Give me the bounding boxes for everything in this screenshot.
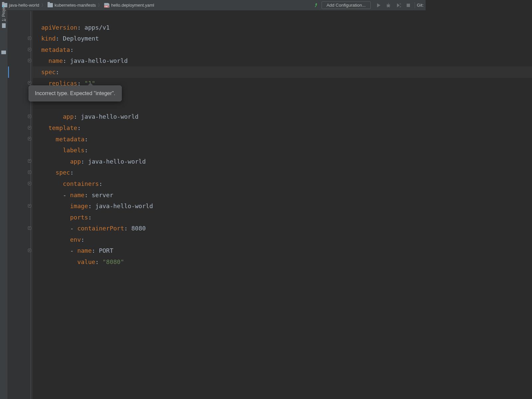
yaml-key: containerPort (77, 225, 124, 232)
yaml-key: name (49, 57, 63, 64)
fold-toggle-icon[interactable] (28, 171, 31, 174)
toolbar-separator (415, 2, 415, 8)
fold-toggle-icon[interactable] (28, 226, 31, 230)
fold-toggle-icon[interactable] (28, 115, 31, 118)
git-label[interactable]: Git: (417, 3, 424, 8)
fold-toggle-icon[interactable] (28, 137, 31, 140)
project-tool-index: 1 (1, 19, 6, 21)
yaml-key: template (49, 124, 77, 131)
yaml-file-icon (104, 3, 109, 8)
run-with-coverage-icon[interactable] (396, 3, 401, 8)
caret-gutter-marker (8, 66, 9, 78)
breadcrumb-file[interactable]: hello.deployment.yaml (104, 3, 154, 8)
left-tool-stripe: 1: Project (0, 11, 8, 319)
breadcrumb-folder-label: kubernetes-manifests (55, 3, 96, 8)
fold-toggle-icon[interactable] (28, 48, 31, 51)
error-tooltip-text: Incorrect type. Expected "integer". (35, 90, 115, 96)
yaml-key: metadata (41, 46, 70, 53)
yaml-value: PORT (99, 247, 113, 254)
yaml-key: apiVersion (41, 24, 77, 31)
yaml-value: apps/v1 (84, 24, 110, 31)
svg-point-0 (387, 4, 390, 7)
fold-toggle-icon[interactable] (28, 204, 31, 207)
yaml-value: Deployment (63, 35, 99, 42)
yaml-value: "8080" (102, 258, 124, 265)
debug-icon[interactable] (386, 3, 391, 8)
breadcrumb: java-hello-world 〉 kubernetes-manifests … (2, 2, 154, 8)
yaml-key: image (70, 202, 88, 209)
folder-icon (48, 3, 53, 7)
yaml-key: name (77, 247, 91, 254)
yaml-key: metadata (56, 136, 84, 143)
yaml-value: java-hello-world (88, 158, 146, 165)
yaml-key: value (77, 258, 95, 265)
fold-toggle-icon[interactable] (28, 81, 31, 84)
project-tool-button[interactable]: 1: Project (0, 2, 7, 31)
breadcrumb-project-label: java-hello-world (9, 3, 39, 8)
error-tooltip: Incorrect type. Expected "integer". (29, 85, 122, 101)
stop-icon[interactable] (406, 3, 411, 8)
yaml-key: name (70, 192, 84, 199)
fold-toggle-icon[interactable] (28, 249, 31, 252)
yaml-key: spec (56, 169, 70, 176)
yaml-key: app (63, 113, 74, 120)
chevron-right-icon: 〉 (98, 2, 102, 8)
code-area[interactable]: apiVersion: apps/v1 kind: Deployment met… (33, 11, 426, 319)
breadcrumb-folder[interactable]: kubernetes-manifests (48, 3, 96, 8)
yaml-key: containers (63, 180, 99, 187)
yaml-value: 8080 (131, 225, 146, 232)
yaml-value: java-hello-world (95, 202, 153, 209)
run-icon[interactable] (376, 3, 381, 8)
editor[interactable]: apiVersion: apps/v1 kind: Deployment met… (8, 11, 426, 319)
yaml-key: env (70, 236, 81, 243)
yaml-value: java-hello-world (81, 113, 138, 120)
chevron-right-icon: 〉 (41, 2, 46, 8)
breadcrumb-file-label: hello.deployment.yaml (111, 3, 154, 8)
fold-toggle-icon[interactable] (28, 126, 31, 129)
add-configuration-button[interactable]: Add Configuration... (322, 1, 371, 9)
editor-gutter[interactable] (8, 11, 33, 319)
folder-icon (2, 23, 6, 28)
top-toolbar: java-hello-world 〉 kubernetes-manifests … (0, 0, 426, 11)
fold-toggle-icon[interactable] (28, 159, 31, 163)
project-tool-label: Project (1, 4, 6, 17)
yaml-key: spec (41, 68, 56, 75)
yaml-value: server (92, 192, 113, 199)
yaml-value: java-hello-world (70, 57, 128, 64)
folder-icon[interactable] (1, 51, 6, 54)
yaml-key: ports (70, 214, 88, 221)
yaml-key: app (70, 158, 81, 165)
fold-toggle-icon[interactable] (28, 182, 31, 185)
yaml-key: labels (63, 147, 84, 154)
fold-toggle-icon[interactable] (28, 59, 31, 62)
fold-toggle-icon[interactable] (28, 37, 31, 40)
svg-rect-1 (407, 4, 410, 7)
yaml-key: kind (41, 35, 56, 42)
build-icon[interactable] (314, 3, 319, 8)
breadcrumb-project[interactable]: java-hello-world (2, 3, 39, 8)
